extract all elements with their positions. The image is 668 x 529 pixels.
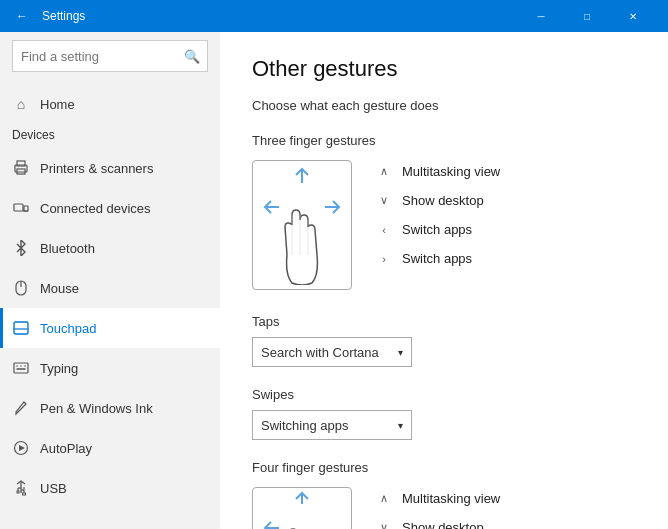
window-controls: ─ □ ✕ bbox=[518, 0, 656, 32]
gesture-option-label: Multitasking view bbox=[402, 164, 500, 179]
svg-rect-22 bbox=[23, 493, 26, 495]
sidebar-item-touchpad[interactable]: Touchpad bbox=[0, 308, 220, 348]
sidebar-item-typing[interactable]: Typing bbox=[0, 348, 220, 388]
three-finger-section: Three finger gestures bbox=[252, 133, 636, 290]
sidebar-item-usb[interactable]: USB bbox=[0, 468, 220, 508]
page-subtitle: Choose what each gesture does bbox=[252, 98, 636, 113]
back-button[interactable]: ← bbox=[12, 6, 32, 26]
chevron-right-icon: › bbox=[376, 253, 392, 265]
gesture-option-label: Multitasking view bbox=[402, 491, 500, 506]
sidebar-item-label: Mouse bbox=[40, 281, 79, 296]
close-button[interactable]: ✕ bbox=[610, 0, 656, 32]
sidebar-item-home[interactable]: ⌂ Home bbox=[0, 84, 220, 124]
taps-dropdown-value: Search with Cortana bbox=[261, 345, 379, 360]
sidebar-item-mouse[interactable]: Mouse bbox=[0, 268, 220, 308]
bluetooth-icon bbox=[12, 239, 30, 257]
sidebar-item-label: Bluetooth bbox=[40, 241, 95, 256]
printer-icon bbox=[12, 159, 30, 177]
three-finger-diagram bbox=[252, 160, 352, 290]
taps-dropdown-arrow: ▾ bbox=[398, 347, 403, 358]
gesture-option-show-desktop: ∨ Show desktop bbox=[376, 193, 500, 208]
chevron-down-icon: ∨ bbox=[376, 194, 392, 207]
connected-devices-icon bbox=[12, 199, 30, 217]
sidebar-item-connected-devices[interactable]: Connected devices bbox=[0, 188, 220, 228]
svg-rect-4 bbox=[24, 206, 28, 211]
chevron-down-icon: ∨ bbox=[376, 521, 392, 529]
four-finger-row: ∧ Multitasking view ∨ Show desktop bbox=[252, 487, 636, 529]
svg-rect-23 bbox=[17, 491, 19, 493]
sidebar-item-bluetooth[interactable]: Bluetooth bbox=[0, 228, 220, 268]
four-finger-title: Four finger gestures bbox=[252, 460, 636, 475]
svg-rect-10 bbox=[14, 363, 28, 373]
sidebar: 🔍 ⌂ Home Devices Printers & scanners bbox=[0, 32, 220, 529]
sidebar-item-label: Home bbox=[40, 97, 75, 112]
gesture-option-switch-left: ‹ Switch apps bbox=[376, 222, 500, 237]
sidebar-item-label: Connected devices bbox=[40, 201, 151, 216]
swipes-section: Swipes Switching apps ▾ bbox=[252, 387, 636, 440]
pen-icon bbox=[12, 399, 30, 417]
three-finger-options: ∧ Multitasking view ∨ Show desktop ‹ Swi… bbox=[376, 160, 500, 266]
swipes-dropdown[interactable]: Switching apps ▾ bbox=[252, 410, 412, 440]
page-title: Other gestures bbox=[252, 56, 636, 82]
search-icon: 🔍 bbox=[184, 49, 200, 64]
sidebar-item-label: USB bbox=[40, 481, 67, 496]
search-box[interactable]: 🔍 bbox=[12, 40, 208, 72]
sidebar-item-label: AutoPlay bbox=[40, 441, 92, 456]
four-finger-option-multitasking: ∧ Multitasking view bbox=[376, 491, 500, 506]
gesture-option-label: Show desktop bbox=[402, 520, 484, 529]
touchpad-icon bbox=[12, 319, 30, 337]
minimize-button[interactable]: ─ bbox=[518, 0, 564, 32]
sidebar-item-label: Typing bbox=[40, 361, 78, 376]
sidebar-item-autoplay[interactable]: AutoPlay bbox=[0, 428, 220, 468]
usb-icon bbox=[12, 479, 30, 497]
gesture-option-switch-right: › Switch apps bbox=[376, 251, 500, 266]
app-title: Settings bbox=[42, 9, 85, 23]
gesture-option-label: Switch apps bbox=[402, 222, 472, 237]
three-finger-title: Three finger gestures bbox=[252, 133, 636, 148]
four-finger-options: ∧ Multitasking view ∨ Show desktop bbox=[376, 487, 500, 529]
sidebar-item-pen[interactable]: Pen & Windows Ink bbox=[0, 388, 220, 428]
chevron-up-icon: ∧ bbox=[376, 165, 392, 178]
title-bar: ← Settings ─ □ ✕ bbox=[0, 0, 668, 32]
home-icon: ⌂ bbox=[12, 95, 30, 113]
gesture-option-multitasking: ∧ Multitasking view bbox=[376, 164, 500, 179]
chevron-left-icon: ‹ bbox=[376, 224, 392, 236]
search-input[interactable] bbox=[12, 40, 208, 72]
sidebar-section: Devices bbox=[0, 124, 220, 148]
gesture-option-label: Switch apps bbox=[402, 251, 472, 266]
svg-rect-8 bbox=[14, 322, 28, 334]
sidebar-item-label: Touchpad bbox=[40, 321, 96, 336]
gesture-option-label: Show desktop bbox=[402, 193, 484, 208]
maximize-button[interactable]: □ bbox=[564, 0, 610, 32]
swipes-dropdown-arrow: ▾ bbox=[398, 420, 403, 431]
taps-dropdown[interactable]: Search with Cortana ▾ bbox=[252, 337, 412, 367]
four-finger-option-show-desktop: ∨ Show desktop bbox=[376, 520, 500, 529]
sidebar-item-printers[interactable]: Printers & scanners bbox=[0, 148, 220, 188]
app-body: 🔍 ⌂ Home Devices Printers & scanners bbox=[0, 32, 668, 529]
swipes-label: Swipes bbox=[252, 387, 636, 402]
content-area: Other gestures Choose what each gesture … bbox=[220, 32, 668, 529]
sidebar-item-label: Pen & Windows Ink bbox=[40, 401, 153, 416]
typing-icon bbox=[12, 359, 30, 377]
swipes-dropdown-value: Switching apps bbox=[261, 418, 348, 433]
chevron-up-icon: ∧ bbox=[376, 492, 392, 505]
four-finger-section: Four finger gestures bbox=[252, 460, 636, 529]
svg-rect-3 bbox=[14, 204, 23, 211]
taps-section: Taps Search with Cortana ▾ bbox=[252, 314, 636, 367]
mouse-icon bbox=[12, 279, 30, 297]
autoplay-icon bbox=[12, 439, 30, 457]
svg-marker-16 bbox=[19, 445, 25, 451]
taps-label: Taps bbox=[252, 314, 636, 329]
three-finger-row: ∧ Multitasking view ∨ Show desktop ‹ Swi… bbox=[252, 160, 636, 290]
sidebar-item-label: Printers & scanners bbox=[40, 161, 153, 176]
four-finger-diagram bbox=[252, 487, 352, 529]
